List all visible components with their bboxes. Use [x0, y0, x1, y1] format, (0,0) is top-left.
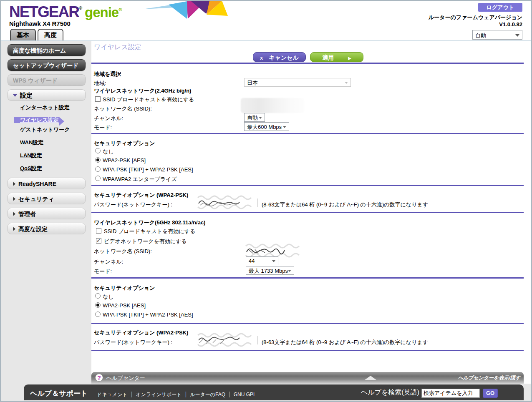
page-title: ワイヤレス設定: [94, 43, 141, 52]
help-question-icon[interactable]: ?: [95, 374, 103, 382]
security5-radio-wpa2psk[interactable]: [95, 302, 101, 308]
sidebar-item-wan-settings[interactable]: WAN設定: [20, 138, 91, 148]
security5-radio-wpapsk-wpa2psk[interactable]: [95, 312, 101, 317]
chevron-down-icon: [288, 270, 291, 272]
divider: |: [131, 391, 133, 397]
footer-link-online-support[interactable]: オンラインサポート: [136, 392, 182, 397]
security5-radio-none[interactable]: [95, 293, 101, 299]
chevron-down-icon: [259, 117, 262, 119]
sidebar-group-advanced-setup-label: 高度な設定: [18, 226, 48, 232]
psk24-heading: セキュリティオプション (WPA2-PSK): [94, 191, 188, 199]
ssid-broadcast-24-label: SSID ブロードキャストを有効にする: [103, 96, 194, 103]
security5-option-wpapsk-wpa2psk: WPA-PSK [TKIP] + WPA2-PSK [AES]: [103, 312, 193, 318]
sidebar-item-guest-network[interactable]: ゲストネットワーク: [20, 125, 91, 135]
triangle-right-icon: [13, 197, 15, 201]
help-center-toggle-link[interactable]: ヘルプセンターを表示/隠す: [458, 374, 520, 382]
sidebar-item-wps-wizard[interactable]: WPS ウィザード: [8, 74, 86, 86]
ssid-broadcast-24-checkbox[interactable]: [95, 96, 101, 102]
ssid-broadcast-5-checkbox[interactable]: [96, 228, 101, 234]
collapse-arrow-icon[interactable]: [365, 376, 376, 380]
help-support-title: ヘルプ＆サポート: [30, 389, 88, 398]
language-selected-value: 自動: [475, 32, 486, 38]
main-panel: ワイヤレス設定 xキャンセル 適用▶ 地域を選択 地域: 日本 ワイヤレスネット…: [91, 41, 524, 384]
mode-5-select[interactable]: 最大 1733 Mbps: [246, 266, 294, 275]
security24-heading: セキュリティオプション: [94, 140, 155, 147]
apply-button[interactable]: 適用▶: [310, 52, 363, 62]
channel-5-value: 44: [249, 258, 255, 264]
triangle-right-icon: [13, 227, 15, 231]
sidebar-group-advanced-setup[interactable]: 高度な設定: [8, 223, 86, 234]
sidebar-item-setup-wizard[interactable]: セットアップウィザード: [8, 59, 86, 71]
section-divider: [91, 323, 524, 324]
go-button[interactable]: GO: [483, 389, 498, 398]
brand-logo: NETGEAR®genie®: [9, 3, 122, 21]
section-divider: [91, 350, 524, 351]
channel-24-select[interactable]: 自動: [244, 113, 265, 122]
footer-link-documentation[interactable]: ドキュメント: [97, 392, 128, 397]
footer: ヘルプ＆サポート ドキュメント|オンラインサポート|ルーターのFAQ|GNU G…: [1, 384, 531, 401]
security24-radio-wpapsk-wpa2psk[interactable]: [95, 166, 101, 172]
section-divider: [91, 133, 524, 134]
password-5-label: パスワード(ネットワークキー) :: [94, 339, 172, 346]
password-24-label: パスワード(ネットワークキー) :: [94, 201, 172, 209]
wireless24-heading: ワイヤレスネットワーク(2.4GHz b/g/n): [94, 87, 191, 95]
cancel-button[interactable]: xキャンセル: [253, 52, 306, 62]
section-divider: [91, 185, 524, 186]
sidebar-settings-submenu: インターネット設定 ワイヤレス設定 ゲストネットワーク WAN設定 LAN設定 …: [1, 103, 91, 173]
channel-5-label: チャンネル:: [94, 258, 123, 266]
sidebar-item-lan-settings[interactable]: LAN設定: [20, 151, 91, 161]
sidebar-item-advanced-home[interactable]: 高度な機能のホーム: [8, 44, 86, 56]
chevron-down-icon: [283, 126, 286, 128]
footer-link-gnu-gpl[interactable]: GNU GPL: [234, 392, 256, 397]
password-5-field-redacted[interactable]: [197, 333, 260, 347]
section-divider: [91, 212, 524, 213]
tab-basic[interactable]: 基本: [10, 29, 36, 40]
apply-arrow-icon: ▶: [348, 56, 351, 60]
network-name-5-field-redacted[interactable]: [245, 243, 308, 258]
mode-24-select[interactable]: 最大600 Mbps: [244, 122, 289, 131]
help-center-label: ヘルプセンター: [106, 374, 145, 382]
security5-option-wpa2psk: WPA2-PSK [AES]: [103, 302, 146, 309]
sidebar-group-settings[interactable]: 設定: [8, 89, 86, 101]
mode-5-value: 最大 1733 Mbps: [249, 268, 288, 274]
security5-heading: セキュリティオプション: [94, 284, 155, 292]
security24-radio-enterprise[interactable]: [95, 176, 101, 181]
sidebar-item-qos-settings[interactable]: QoS設定: [20, 163, 91, 173]
section-divider: [91, 277, 524, 279]
ssid-broadcast-5-label: SSID ブロードキャストを有効にする: [104, 228, 195, 235]
footer-link-router-faq[interactable]: ルーターのFAQ: [190, 392, 225, 397]
triangle-down-icon: [13, 94, 17, 97]
section-divider: [91, 63, 524, 64]
sidebar-item-internet-settings[interactable]: インターネット設定: [20, 103, 91, 113]
channel-5-select[interactable]: 44: [246, 256, 278, 265]
region-selected-value: 日本: [247, 80, 258, 86]
chevron-down-icon: [345, 82, 348, 84]
security24-option-wpapsk-wpa2psk: WPA-PSK [TKIP] + WPA2-PSK [AES]: [103, 166, 193, 173]
password-24-field-redacted[interactable]: [197, 195, 260, 209]
help-search-input[interactable]: [421, 389, 480, 398]
logout-button[interactable]: ログアウト: [478, 3, 522, 12]
psk5-heading: セキュリティオプション (WPA2-PSK): [94, 329, 188, 337]
triangle-right-icon: [13, 182, 15, 186]
security24-radio-none[interactable]: [95, 148, 101, 153]
video-network-5-checkbox[interactable]: [96, 238, 101, 244]
language-select[interactable]: 自動: [472, 30, 522, 40]
wireless5-heading: ワイヤレスネットワーク(5GHz 802.11a/n/ac): [94, 219, 205, 226]
sidebar-group-security[interactable]: セキュリティ: [8, 193, 86, 204]
sidebar-group-readyshare-label: ReadySHARE: [18, 181, 56, 187]
password-5-hint: (8-63文字または64 桁 (0~9 および A~F) の十六進)の数字になり…: [262, 339, 428, 346]
tab-advanced[interactable]: 高度: [38, 29, 63, 40]
sidebar-group-administration[interactable]: 管理者: [8, 208, 86, 219]
security24-radio-wpa2psk[interactable]: [95, 157, 101, 163]
netgear-wordmark: NETGEAR: [9, 3, 79, 20]
sidebar-item-wireless-settings-selected[interactable]: ワイヤレス設定: [14, 117, 59, 123]
footer-bar: ヘルプ＆サポート ドキュメント|オンラインサポート|ルーターのFAQ|GNU G…: [24, 384, 524, 400]
sidebar-group-readyshare[interactable]: ReadySHARE: [8, 178, 86, 189]
tab-bar: 基本高度: [10, 29, 65, 40]
netgear-triangles-logo-icon: [143, 1, 237, 23]
sidebar-group-settings-label: 設定: [20, 92, 33, 99]
network-name-24-field-redacted[interactable]: [241, 98, 304, 113]
registered-mark-icon: ®: [79, 5, 82, 10]
region-select[interactable]: 日本: [244, 78, 351, 87]
footer-links: ドキュメント|オンラインサポート|ルーターのFAQ|GNU GPL: [97, 391, 256, 398]
